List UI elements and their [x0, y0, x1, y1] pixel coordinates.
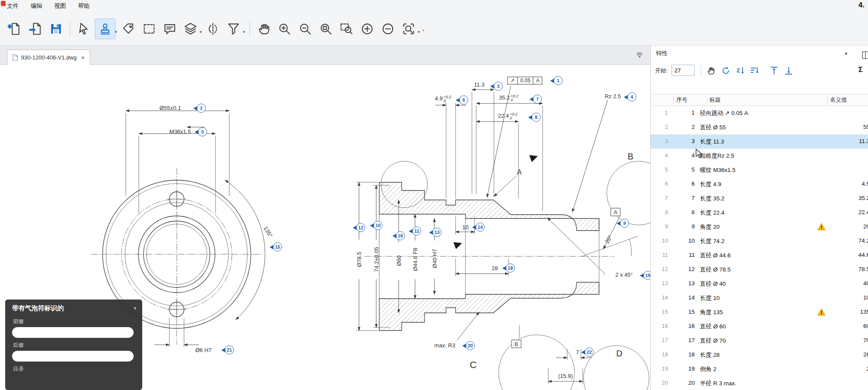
menu-item-help[interactable]: 帮助	[78, 2, 90, 10]
balloon-10[interactable]: 10	[370, 221, 383, 230]
zoom-extents-tool-button[interactable]	[316, 19, 336, 39]
table-row[interactable]: 99角度 2020	[651, 220, 868, 234]
comment-tool-button[interactable]	[160, 19, 180, 39]
increase-tool-button[interactable]	[357, 19, 377, 39]
sum-icon[interactable]: Σ	[859, 66, 863, 74]
prefix-input[interactable]	[12, 327, 134, 338]
tab-close-icon[interactable]: ×	[81, 54, 85, 61]
row-index: 14	[653, 294, 668, 301]
filter-tool-button[interactable]	[224, 19, 244, 39]
row-nominal-value: 35.2	[859, 195, 868, 201]
collapse-chevron-icon[interactable]: ▾	[134, 306, 136, 311]
filter-dropdown-icon[interactable]: ▾	[243, 24, 245, 34]
open-document-button[interactable]	[25, 19, 45, 39]
drawing-canvas[interactable]: .s{stroke:#3a3a3a;stroke-width:1.3;fill:…	[0, 65, 650, 390]
dim-label: C	[470, 359, 477, 371]
marquee-select-tool-button[interactable]	[139, 19, 159, 39]
table-row[interactable]: 22直径 Ø 5555	[651, 120, 868, 134]
pick-tool-icon[interactable]	[705, 65, 717, 77]
row-number: 2	[670, 124, 695, 130]
balloon-15[interactable]: 15	[270, 243, 282, 252]
row-title: 长度 10	[700, 294, 720, 302]
table-row[interactable]: 1515角度 135135	[651, 305, 868, 319]
balloon-stamp-tool-button[interactable]	[95, 19, 116, 39]
panel-collapse-chevron-icon[interactable]: ▾	[845, 46, 847, 61]
sort-z-icon[interactable]: Z	[734, 65, 746, 77]
select-tool-button[interactable]	[74, 19, 94, 39]
row-number: 15	[670, 309, 695, 315]
zoom-selection-tool-button[interactable]	[399, 19, 418, 39]
save-document-button[interactable]	[46, 19, 66, 39]
row-title: 螺纹 M36x1.5	[700, 166, 736, 174]
start-label: 开始:	[655, 67, 668, 75]
tag-tool-button[interactable]	[119, 19, 138, 39]
balloon-20[interactable]: 20	[462, 341, 475, 350]
pan-tool-button[interactable]	[254, 19, 274, 39]
table-row[interactable]: 44粗糙度Rz 2.5	[651, 149, 868, 163]
table-row[interactable]: 77长度 35.235.2	[651, 191, 868, 206]
balloon-7[interactable]: 7	[530, 95, 542, 104]
table-row[interactable]: 1919倒角 22	[651, 362, 868, 376]
table-row[interactable]: 1818长度 2828	[651, 348, 868, 362]
tools-separator	[701, 65, 701, 77]
balloon-19[interactable]: 19	[640, 271, 651, 280]
zoom-out-tool-button[interactable]	[295, 19, 315, 39]
menu-item-file[interactable]: 文件	[7, 2, 19, 10]
balloon-6[interactable]: 6	[456, 96, 468, 105]
layers-dropdown-icon[interactable]: ▾	[200, 24, 202, 34]
menu-item-edit[interactable]: 编辑	[31, 2, 42, 10]
table-row[interactable]: 55螺纹 M36x1.5	[651, 163, 868, 177]
balloon-16[interactable]: 16	[393, 231, 405, 240]
menu-item-view[interactable]: 视图	[54, 2, 66, 10]
balloon-21[interactable]: 21	[222, 346, 234, 355]
table-row[interactable]: 1010长度 74.274.2	[651, 234, 868, 248]
tab-list-icon[interactable]	[636, 51, 643, 60]
balloon-stamp-dropdown-icon[interactable]: ▾	[115, 24, 117, 34]
balloon-9[interactable]: 9	[617, 219, 629, 228]
gdt-feature-control-frame: ↗0.05A	[507, 77, 542, 84]
table-row[interactable]: 66长度 4.94.9	[651, 177, 868, 191]
table-row[interactable]: 2020半径 R 3 max.	[651, 376, 868, 390]
table-row[interactable]: 1616直径 Ø 6060	[651, 319, 868, 334]
move-bottom-icon[interactable]	[783, 65, 795, 77]
table-row[interactable]: 1414长度 1010	[651, 291, 868, 305]
zoom-window-tool-button[interactable]	[337, 19, 356, 39]
table-row[interactable]: 1313直径 Ø 4040	[651, 277, 868, 291]
new-document-button[interactable]	[5, 19, 25, 39]
renumber-rotate-icon[interactable]	[720, 65, 732, 77]
balloon-1[interactable]: 1	[550, 76, 563, 85]
balloon-22[interactable]: 22	[581, 348, 594, 357]
balloon-3[interactable]: 3	[490, 82, 503, 91]
zoom-in-tool-button[interactable]	[275, 19, 294, 39]
row-title: 直径 Ø 40	[700, 280, 726, 288]
zoom-selection-dropdown-icon[interactable]: ▾	[418, 24, 420, 34]
table-row[interactable]: 1111直径 Ø 44.644.6	[651, 248, 868, 262]
sort-descending-icon[interactable]	[749, 65, 761, 77]
layers-tool-button[interactable]	[181, 19, 200, 39]
table-row[interactable]: 33长度 11.311.3	[651, 134, 868, 149]
balloon-2[interactable]: 2	[194, 104, 206, 113]
move-top-icon[interactable]	[768, 65, 780, 77]
balloon-5[interactable]: 5	[195, 128, 207, 137]
mirror-tool-button[interactable]	[203, 19, 223, 39]
row-index: 10	[653, 237, 668, 244]
table-row[interactable]: 1212直径 Ø 78.578.5	[651, 262, 868, 277]
toolbar-overflow-icon[interactable]: ‹	[422, 24, 424, 33]
balloon-4[interactable]: 4	[624, 93, 637, 102]
balloon-12[interactable]: 12	[353, 223, 365, 232]
start-number-input[interactable]	[671, 65, 695, 76]
balloon-14[interactable]: 14	[472, 223, 485, 232]
dim-label: 4.9+0.20	[435, 95, 451, 103]
document-tab[interactable]: 930-1200-406-V1.dwg ×	[7, 50, 90, 65]
table-row[interactable]: 11径向跳动 ↗ 0.05 A	[651, 106, 868, 120]
table-row[interactable]: 88长度 22.422.4	[651, 206, 868, 220]
decrease-tool-button[interactable]	[378, 19, 398, 39]
balloon-11[interactable]: 11	[409, 227, 422, 236]
suffix-input[interactable]	[12, 351, 134, 362]
balloon-18[interactable]: 18	[503, 264, 515, 273]
table-row[interactable]: 1717直径 Ø 7070	[651, 334, 868, 348]
balloon-13[interactable]: 13	[429, 228, 442, 237]
balloon-panel-title: 带有气泡符标识的	[12, 304, 64, 312]
balloon-8[interactable]: 8	[528, 113, 541, 122]
row-title: 长度 4.9	[700, 181, 721, 188]
